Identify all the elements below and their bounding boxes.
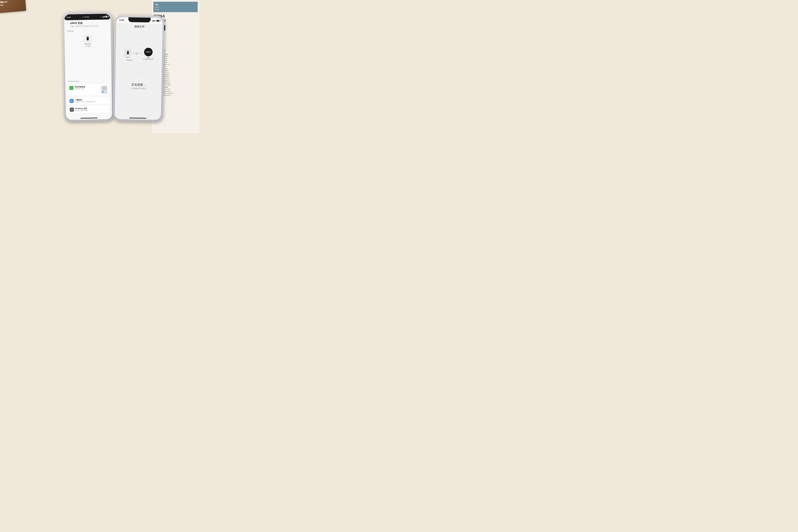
battery-icon bbox=[105, 16, 108, 17]
right-device-item: OPPO 昵称021V615S505M49 bbox=[143, 48, 154, 60]
oppo-header: ← OPPO 互传 本设备：昵称021V615S505M49（OPPO Reno… bbox=[64, 20, 111, 29]
left-status-bar: 11:00 ⊙ 正在连接 ∗ bbox=[64, 14, 111, 20]
back-arrow-icon[interactable]: ← bbox=[66, 22, 69, 25]
transfer-animation-area: 📱 iPhone 🔗 bbox=[115, 33, 163, 90]
left-phone-screen: 11:00 ⊙ 正在连接 ∗ bbox=[64, 14, 112, 120]
dot3 bbox=[135, 53, 135, 54]
device-name: iPhone13 bbox=[84, 43, 91, 45]
iphone-device-icon: 📱 bbox=[124, 49, 131, 56]
option2-desc: 靠近 NFC 区域（仅支持特定机型） bbox=[75, 101, 106, 103]
iphone-notch bbox=[128, 17, 151, 22]
option2-arrow: › bbox=[107, 99, 108, 101]
oppo-brand-label: OPPO bbox=[146, 51, 151, 53]
oppo-title-row: ← OPPO 互传 bbox=[66, 21, 108, 25]
option3-arrow: › bbox=[108, 108, 108, 110]
oppo-title: OPPO 互传 bbox=[70, 22, 82, 25]
left-status-icons: ∗ bbox=[100, 16, 108, 18]
dot4 bbox=[139, 53, 140, 54]
battery-fill-right bbox=[157, 20, 159, 21]
connecting-text: 正在连接... bbox=[131, 82, 146, 87]
right-phone-shell: 11:00 ▾ bbox=[113, 15, 165, 122]
iphone-icon: 📱 bbox=[83, 34, 92, 43]
calendar-mar: Mar bbox=[0, 0, 3, 4]
iphone-transfer-icon: ⊞ bbox=[70, 108, 74, 112]
right-signal bbox=[152, 20, 155, 21]
device-status: 正在连接 bbox=[85, 45, 91, 48]
receive-back-icon[interactable]: ← bbox=[119, 25, 121, 27]
option1-desc: 在控制中心开启 bbox=[75, 88, 98, 90]
devices-transfer-row: 📱 iPhone 🔗 bbox=[124, 48, 154, 60]
wifi-icon-right: ▾ bbox=[155, 20, 156, 22]
option1-arrow: › bbox=[99, 89, 100, 91]
receive-title: 接收文件 bbox=[122, 25, 157, 28]
option-iphone-transfer[interactable]: ⊞ 与 iPhone 互传 iPhone 下载"O+互联" › bbox=[68, 105, 110, 113]
iphone-glyph: 📱 bbox=[126, 51, 130, 54]
preview-thumbnail bbox=[101, 85, 108, 94]
oppo-transfer-screen: ← OPPO 互传 本设备：昵称021V615S505M49（OPPO Reno… bbox=[64, 20, 112, 120]
ripple-rings: 📱 iPhone 🔗 bbox=[118, 33, 160, 74]
receive-file-screen: ← 接收文件 📱 bbox=[115, 23, 163, 120]
right-status-icons: ▾ bbox=[152, 20, 160, 22]
battery-fill bbox=[106, 16, 107, 17]
left-phone: 11:00 ⊙ 正在连接 ∗ bbox=[62, 12, 114, 122]
left-device-item: 📱 iPhone bbox=[124, 49, 131, 58]
left-status-center: ⊙ 正在连接 bbox=[82, 16, 89, 18]
cant-find-text: 找不到对方设备？ bbox=[68, 80, 109, 83]
connecting-sub: 正在连接对方的热点 bbox=[131, 87, 146, 90]
link-icon: 🔗 bbox=[136, 52, 138, 55]
device-item-iphone[interactable]: 📱 iPhone13 正在连接 bbox=[64, 33, 111, 49]
option-nfc[interactable]: N 一碰互传 靠近 NFC 区域（仅支持特定机型） › bbox=[68, 97, 110, 105]
oppo-device-icon: OPPO bbox=[144, 48, 153, 56]
option-broadcast[interactable]: ⊙ 对方开启互传 在控制中心开启 › bbox=[68, 84, 109, 96]
oppo-device-name: 昵称021V615S505M49 bbox=[143, 57, 153, 60]
phone-glyph: 📱 bbox=[86, 36, 90, 41]
broadcast-icon: ⊙ bbox=[69, 86, 73, 90]
nfc-icon: N bbox=[70, 99, 74, 103]
dot5 bbox=[140, 53, 141, 54]
receive-header: ← 接收文件 bbox=[116, 23, 163, 30]
iphone-label: iPhone bbox=[126, 57, 130, 58]
dot2 bbox=[134, 53, 134, 54]
option2-text: 一碰互传 靠近 NFC 区域（仅支持特定机型） bbox=[75, 98, 106, 103]
signal-bars bbox=[102, 16, 105, 17]
left-phone-shell: 11:00 ⊙ 正在连接 ∗ bbox=[62, 12, 114, 122]
connecting-info: 正在连接... 正在连接对方的热点 bbox=[131, 82, 146, 90]
right-phone-screen: 11:00 ▾ bbox=[115, 17, 163, 120]
calendar-apr: Apr bbox=[0, 3, 4, 7]
newspaper-header: Th La SThe Ld bbox=[153, 2, 198, 12]
transfer-connector: 🔗 bbox=[132, 52, 142, 55]
iphone13-label: iPhone13 bbox=[127, 59, 132, 61]
battery-tip bbox=[160, 20, 160, 21]
dot1 bbox=[132, 53, 133, 54]
oppo-bottom-options: 找不到对方设备？ ⊙ 对方开启互传 在控制中心开启 › bbox=[65, 80, 112, 115]
oppo-subtitle: 本设备：昵称021V615S505M49（OPPO Reno... bbox=[67, 25, 108, 27]
right-time: 11:00 bbox=[119, 19, 124, 21]
right-phone: 11:00 ▾ bbox=[113, 15, 165, 122]
dot6 bbox=[141, 53, 142, 54]
battery-right bbox=[156, 20, 160, 22]
option3-text: 与 iPhone 互传 iPhone 下载"O+互联" bbox=[75, 107, 106, 112]
option1-text: 对方开启互传 在控制中心开启 bbox=[75, 86, 98, 90]
left-time: 11:00 bbox=[66, 16, 71, 18]
